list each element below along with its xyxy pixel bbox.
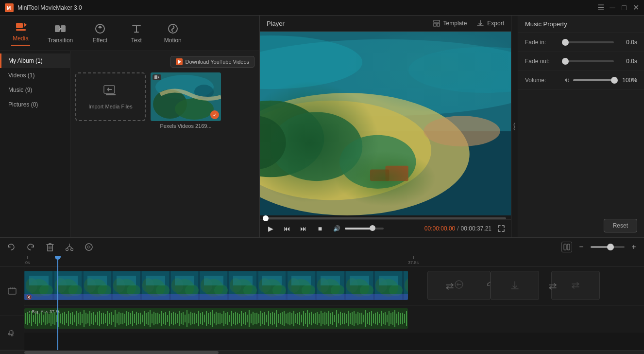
timeline-scrollbar[interactable]: [0, 350, 644, 354]
sidebar-item-my-album[interactable]: My Album (1): [0, 53, 70, 68]
svg-rect-186: [284, 311, 285, 326]
stop-button[interactable]: ■: [314, 223, 326, 234]
svg-rect-71: [60, 314, 61, 323]
fade-out-slider[interactable]: [564, 60, 614, 62]
zoom-in-button[interactable]: +: [628, 242, 639, 252]
sidebar-item-pictures[interactable]: Pictures (0): [0, 97, 70, 112]
maximize-button[interactable]: □: [621, 4, 627, 11]
time-separator: /: [457, 225, 458, 232]
svg-rect-120: [155, 313, 156, 324]
svg-rect-144: [202, 312, 203, 325]
volume-prop-slider[interactable]: [573, 79, 614, 81]
fullscreen-button[interactable]: [496, 224, 506, 233]
zoom-slider[interactable]: [591, 246, 625, 248]
volume-slider[interactable]: [345, 228, 384, 230]
mute-icon: 🔇: [26, 295, 32, 300]
audio-button[interactable]: [83, 241, 95, 253]
undo-button[interactable]: [5, 241, 17, 253]
svg-rect-118: [152, 314, 153, 323]
svg-rect-141: [196, 314, 197, 323]
media-item: ✓ Pexels Videos 2169...: [151, 72, 221, 129]
import-icon: [103, 84, 118, 100]
timeline-playhead[interactable]: [57, 256, 58, 350]
volume-prop-icon: [564, 77, 571, 84]
toolbar-transition[interactable]: Transition: [44, 20, 77, 46]
svg-rect-96: [109, 313, 110, 324]
svg-rect-234: [377, 312, 378, 325]
svg-rect-188: [288, 313, 288, 324]
media-thumbnail[interactable]: ✓: [151, 72, 221, 121]
svg-rect-243: [394, 310, 395, 327]
svg-rect-133: [181, 313, 182, 324]
svg-rect-196: [303, 311, 304, 326]
svg-rect-101: [119, 312, 119, 325]
prev-frame-button[interactable]: ⏮: [281, 223, 293, 234]
svg-rect-209: [328, 311, 329, 326]
svg-rect-138: [190, 312, 191, 325]
delete-button[interactable]: [44, 241, 56, 253]
import-media-box[interactable]: Import Media Files: [75, 72, 146, 121]
minimize-button[interactable]: ─: [609, 4, 616, 11]
next-frame-button[interactable]: ⏭: [298, 223, 309, 234]
sidebar-item-videos[interactable]: Videos (1): [0, 68, 70, 83]
scrollbar-thumb[interactable]: [24, 351, 219, 354]
download-slot-icon: [509, 280, 520, 291]
svg-rect-200: [311, 312, 312, 325]
fit-to-window-button[interactable]: [561, 242, 572, 252]
reset-button[interactable]: Reset: [604, 219, 637, 232]
video-badge: [153, 74, 161, 80]
toolbar-media[interactable]: Media: [7, 18, 34, 48]
svg-rect-90: [97, 312, 98, 325]
svg-rect-77: [72, 312, 73, 325]
svg-rect-155: [223, 311, 224, 326]
swap-button-2[interactable]: [544, 278, 561, 295]
svg-rect-97: [111, 312, 112, 325]
sidebar-item-music[interactable]: Music (9): [0, 83, 70, 97]
audio-clip[interactable]: ♪ Big_ALs 37.8s: [24, 308, 408, 329]
media-selected-check: ✓: [210, 110, 219, 119]
fade-out-row: Fade out: 0.0s: [518, 52, 644, 71]
close-button[interactable]: ✕: [632, 4, 639, 11]
app-title: MiniTool MovieMaker 3.0: [17, 4, 82, 11]
player-seekbar[interactable]: [265, 217, 506, 219]
toolbar-text[interactable]: Text: [123, 20, 150, 46]
text-icon: [130, 22, 143, 35]
collapse-handle[interactable]: [511, 16, 518, 237]
svg-rect-116: [148, 312, 149, 325]
cut-button[interactable]: [63, 241, 76, 253]
redo-button[interactable]: [24, 241, 37, 253]
toolbar-motion[interactable]: Motion: [159, 20, 186, 46]
svg-rect-235: [379, 314, 380, 323]
svg-rect-215: [340, 312, 341, 325]
template-button[interactable]: Template: [433, 19, 467, 27]
svg-rect-208: [326, 313, 327, 324]
template-label: Template: [443, 20, 467, 27]
export-button[interactable]: Export: [476, 19, 504, 27]
svg-rect-175: [262, 313, 263, 324]
svg-point-35: [71, 248, 73, 250]
toolbar-effect[interactable]: Effect: [86, 20, 113, 46]
svg-rect-172: [256, 313, 257, 324]
menu-icon[interactable]: ☰: [597, 4, 604, 11]
svg-point-34: [66, 248, 68, 250]
svg-rect-139: [192, 313, 193, 324]
zoom-out-button[interactable]: −: [576, 242, 587, 252]
video-clip[interactable]: 🔇: [24, 271, 408, 300]
svg-rect-182: [276, 310, 277, 327]
volume-icon[interactable]: 🔊: [331, 223, 342, 234]
svg-rect-98: [113, 315, 114, 322]
play-button[interactable]: ▶: [265, 223, 276, 234]
swap-button-1[interactable]: [441, 278, 458, 295]
svg-rect-83: [84, 310, 85, 327]
svg-rect-193: [297, 313, 298, 324]
timeline-ruler: 0s 37.8s: [24, 256, 644, 267]
download-youtube-button[interactable]: Download YouTube Videos: [170, 56, 255, 68]
svg-rect-150: [214, 314, 215, 323]
svg-rect-128: [171, 313, 172, 324]
svg-rect-126: [167, 315, 168, 322]
svg-rect-4: [16, 29, 26, 31]
svg-rect-210: [330, 313, 331, 324]
player-header-right: Template Export: [433, 19, 504, 27]
fade-in-slider[interactable]: [564, 41, 614, 43]
svg-marker-19: [158, 76, 159, 79]
